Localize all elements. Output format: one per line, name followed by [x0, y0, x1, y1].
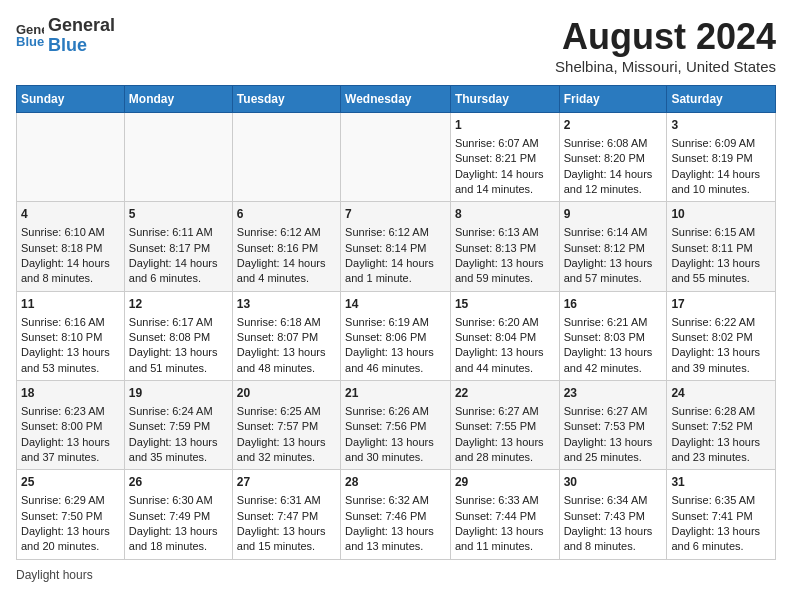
cell-content-line: Sunrise: 6:12 AM — [237, 225, 336, 240]
day-number: 13 — [237, 296, 336, 313]
calendar-week-row: 1Sunrise: 6:07 AMSunset: 8:21 PMDaylight… — [17, 113, 776, 202]
cell-content-line: Sunset: 8:07 PM — [237, 330, 336, 345]
cell-content-line: Daylight: 13 hours and 51 minutes. — [129, 345, 228, 376]
cell-content-line: Sunrise: 6:27 AM — [455, 404, 555, 419]
cell-content-line: Sunset: 7:53 PM — [564, 419, 663, 434]
calendar-cell: 6Sunrise: 6:12 AMSunset: 8:16 PMDaylight… — [232, 202, 340, 291]
cell-content-line: Sunset: 8:19 PM — [671, 151, 771, 166]
cell-content-line: Daylight: 13 hours and 35 minutes. — [129, 435, 228, 466]
calendar-cell: 12Sunrise: 6:17 AMSunset: 8:08 PMDayligh… — [124, 291, 232, 380]
calendar-cell: 10Sunrise: 6:15 AMSunset: 8:11 PMDayligh… — [667, 202, 776, 291]
cell-content-line: Sunset: 8:16 PM — [237, 241, 336, 256]
calendar-week-row: 4Sunrise: 6:10 AMSunset: 8:18 PMDaylight… — [17, 202, 776, 291]
cell-content-line: Sunset: 8:11 PM — [671, 241, 771, 256]
day-number: 5 — [129, 206, 228, 223]
cell-content-line: Sunrise: 6:12 AM — [345, 225, 446, 240]
day-number: 27 — [237, 474, 336, 491]
cell-content-line: Sunset: 8:08 PM — [129, 330, 228, 345]
day-number: 11 — [21, 296, 120, 313]
calendar-table: SundayMondayTuesdayWednesdayThursdayFrid… — [16, 85, 776, 560]
day-number: 8 — [455, 206, 555, 223]
calendar-cell: 31Sunrise: 6:35 AMSunset: 7:41 PMDayligh… — [667, 470, 776, 559]
day-number: 3 — [671, 117, 771, 134]
cell-content-line: Daylight: 13 hours and 18 minutes. — [129, 524, 228, 555]
cell-content-line: Sunrise: 6:16 AM — [21, 315, 120, 330]
calendar-cell: 9Sunrise: 6:14 AMSunset: 8:12 PMDaylight… — [559, 202, 667, 291]
calendar-cell: 1Sunrise: 6:07 AMSunset: 8:21 PMDaylight… — [450, 113, 559, 202]
logo-text: General Blue — [48, 16, 115, 56]
cell-content-line: Sunrise: 6:13 AM — [455, 225, 555, 240]
day-number: 25 — [21, 474, 120, 491]
cell-content-line: Daylight: 13 hours and 32 minutes. — [237, 435, 336, 466]
cell-content-line: Daylight: 13 hours and 55 minutes. — [671, 256, 771, 287]
cell-content-line: Sunset: 7:43 PM — [564, 509, 663, 524]
cell-content-line: Sunset: 7:56 PM — [345, 419, 446, 434]
day-number: 22 — [455, 385, 555, 402]
calendar-cell: 5Sunrise: 6:11 AMSunset: 8:17 PMDaylight… — [124, 202, 232, 291]
calendar-header-cell: Tuesday — [232, 86, 340, 113]
day-number: 16 — [564, 296, 663, 313]
cell-content-line: Daylight: 14 hours and 10 minutes. — [671, 167, 771, 198]
cell-content-line: Sunset: 8:12 PM — [564, 241, 663, 256]
cell-content-line: Sunset: 7:44 PM — [455, 509, 555, 524]
calendar-cell: 11Sunrise: 6:16 AMSunset: 8:10 PMDayligh… — [17, 291, 125, 380]
day-number: 31 — [671, 474, 771, 491]
day-number: 23 — [564, 385, 663, 402]
day-number: 26 — [129, 474, 228, 491]
cell-content-line: Daylight: 13 hours and 57 minutes. — [564, 256, 663, 287]
day-number: 14 — [345, 296, 446, 313]
calendar-cell: 7Sunrise: 6:12 AMSunset: 8:14 PMDaylight… — [341, 202, 451, 291]
cell-content-line: Sunset: 8:13 PM — [455, 241, 555, 256]
cell-content-line: Sunset: 8:14 PM — [345, 241, 446, 256]
cell-content-line: Daylight: 14 hours and 6 minutes. — [129, 256, 228, 287]
cell-content-line: Daylight: 13 hours and 39 minutes. — [671, 345, 771, 376]
cell-content-line: Sunset: 8:20 PM — [564, 151, 663, 166]
cell-content-line: Sunset: 8:17 PM — [129, 241, 228, 256]
cell-content-line: Daylight: 13 hours and 37 minutes. — [21, 435, 120, 466]
logo: General Blue General Blue — [16, 16, 115, 56]
day-number: 12 — [129, 296, 228, 313]
cell-content-line: Sunrise: 6:18 AM — [237, 315, 336, 330]
day-number: 6 — [237, 206, 336, 223]
day-number: 28 — [345, 474, 446, 491]
cell-content-line: Sunset: 7:41 PM — [671, 509, 771, 524]
cell-content-line: Sunset: 7:47 PM — [237, 509, 336, 524]
calendar-cell: 16Sunrise: 6:21 AMSunset: 8:03 PMDayligh… — [559, 291, 667, 380]
cell-content-line: Sunrise: 6:15 AM — [671, 225, 771, 240]
cell-content-line: Sunrise: 6:24 AM — [129, 404, 228, 419]
cell-content-line: Daylight: 13 hours and 11 minutes. — [455, 524, 555, 555]
cell-content-line: Daylight: 14 hours and 1 minute. — [345, 256, 446, 287]
cell-content-line: Sunset: 7:52 PM — [671, 419, 771, 434]
cell-content-line: Sunrise: 6:28 AM — [671, 404, 771, 419]
day-number: 7 — [345, 206, 446, 223]
calendar-cell: 20Sunrise: 6:25 AMSunset: 7:57 PMDayligh… — [232, 381, 340, 470]
cell-content-line: Daylight: 13 hours and 46 minutes. — [345, 345, 446, 376]
cell-content-line: Sunrise: 6:17 AM — [129, 315, 228, 330]
calendar-week-row: 11Sunrise: 6:16 AMSunset: 8:10 PMDayligh… — [17, 291, 776, 380]
day-number: 20 — [237, 385, 336, 402]
cell-content-line: Sunrise: 6:30 AM — [129, 493, 228, 508]
calendar-cell: 8Sunrise: 6:13 AMSunset: 8:13 PMDaylight… — [450, 202, 559, 291]
cell-content-line: Sunrise: 6:25 AM — [237, 404, 336, 419]
footer-note: Daylight hours — [16, 568, 776, 582]
cell-content-line: Sunset: 8:04 PM — [455, 330, 555, 345]
calendar-cell: 18Sunrise: 6:23 AMSunset: 8:00 PMDayligh… — [17, 381, 125, 470]
day-number: 19 — [129, 385, 228, 402]
cell-content-line: Daylight: 13 hours and 25 minutes. — [564, 435, 663, 466]
cell-content-line: Sunrise: 6:10 AM — [21, 225, 120, 240]
cell-content-line: Daylight: 14 hours and 4 minutes. — [237, 256, 336, 287]
day-number: 30 — [564, 474, 663, 491]
calendar-header-cell: Saturday — [667, 86, 776, 113]
cell-content-line: Sunrise: 6:08 AM — [564, 136, 663, 151]
cell-content-line: Daylight: 13 hours and 8 minutes. — [564, 524, 663, 555]
cell-content-line: Sunset: 7:57 PM — [237, 419, 336, 434]
calendar-cell — [17, 113, 125, 202]
page-subtitle: Shelbina, Missouri, United States — [555, 58, 776, 75]
cell-content-line: Daylight: 13 hours and 13 minutes. — [345, 524, 446, 555]
calendar-cell: 17Sunrise: 6:22 AMSunset: 8:02 PMDayligh… — [667, 291, 776, 380]
logo-icon: General Blue — [16, 20, 44, 48]
page-title: August 2024 — [555, 16, 776, 58]
calendar-cell: 13Sunrise: 6:18 AMSunset: 8:07 PMDayligh… — [232, 291, 340, 380]
calendar-cell: 19Sunrise: 6:24 AMSunset: 7:59 PMDayligh… — [124, 381, 232, 470]
cell-content-line: Sunset: 8:06 PM — [345, 330, 446, 345]
